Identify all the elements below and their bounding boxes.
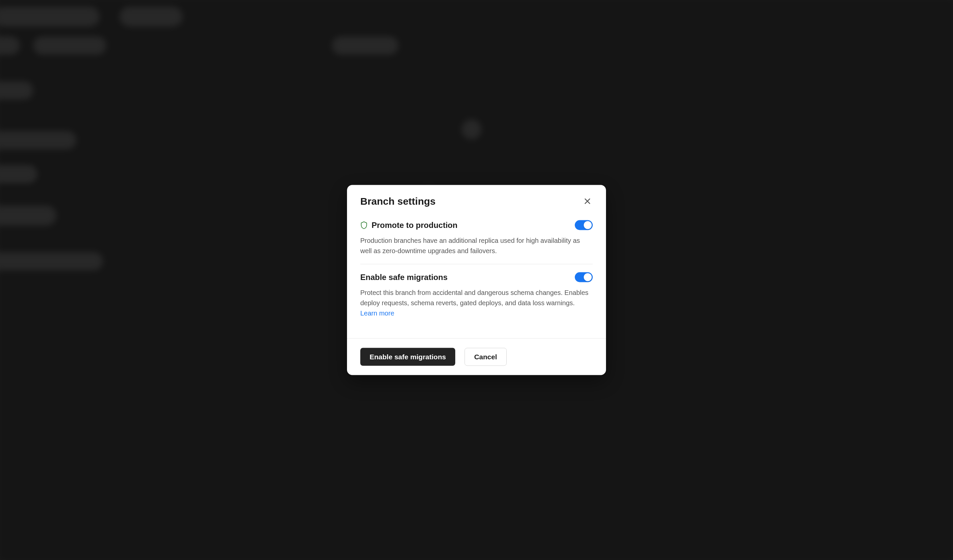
- modal-footer: Enable safe migrations Cancel: [347, 339, 606, 375]
- setting-description: Protect this branch from accidental and …: [360, 288, 593, 319]
- branch-settings-modal: Branch settings Promote to production Pr…: [347, 185, 606, 375]
- setting-title: Enable safe migrations: [360, 273, 448, 282]
- learn-more-link[interactable]: Learn more: [360, 309, 394, 317]
- promote-production-toggle[interactable]: [575, 220, 593, 230]
- setting-description-text: Protect this branch from accidental and …: [360, 289, 588, 306]
- setting-header: Promote to production: [360, 220, 593, 230]
- safe-migrations-section: Enable safe migrations Protect this bran…: [360, 264, 593, 326]
- setting-title: Promote to production: [372, 221, 458, 230]
- setting-title-group: Promote to production: [360, 221, 458, 230]
- close-button[interactable]: [582, 196, 593, 207]
- setting-title-group: Enable safe migrations: [360, 273, 448, 282]
- safe-migrations-toggle[interactable]: [575, 272, 593, 282]
- setting-description: Production branches have an additional r…: [360, 235, 593, 256]
- shield-icon: [360, 221, 368, 229]
- modal-body: Promote to production Production branche…: [347, 213, 606, 339]
- enable-safe-migrations-button[interactable]: Enable safe migrations: [360, 348, 455, 366]
- cancel-button[interactable]: Cancel: [464, 348, 507, 366]
- close-icon: [584, 197, 591, 205]
- setting-header: Enable safe migrations: [360, 272, 593, 282]
- modal-title: Branch settings: [360, 196, 436, 207]
- modal-header: Branch settings: [347, 185, 606, 213]
- promote-production-section: Promote to production Production branche…: [360, 218, 593, 264]
